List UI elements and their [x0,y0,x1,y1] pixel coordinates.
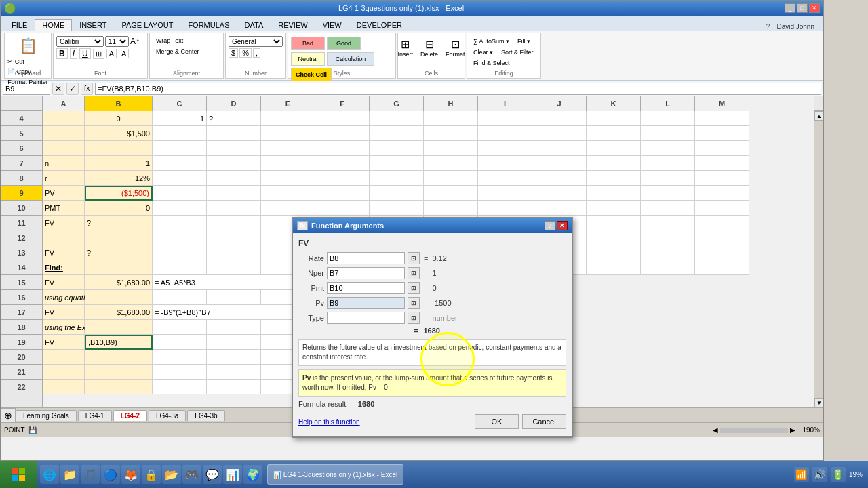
cell-D9[interactable] [207,186,261,201]
type-collapse-btn[interactable]: ⊡ [408,312,420,324]
scroll-bar-area[interactable] [720,428,788,433]
cell-K5[interactable] [587,126,641,141]
fill-btn[interactable]: Fill ▾ [514,37,534,46]
taskbar-excel-icon[interactable]: 📊 [223,465,242,484]
cell-M11[interactable] [695,216,749,230]
cancel-formula-btn[interactable]: ✕ [52,83,64,95]
cell-M8[interactable] [695,171,749,186]
increase-font-btn[interactable]: A↑ [130,37,140,46]
cell-K9[interactable] [587,186,641,201]
taskbar-chrome-icon[interactable]: 🔵 [101,465,120,484]
cell-D22[interactable] [207,380,261,394]
cell-A6[interactable] [43,141,85,156]
underline-btn[interactable]: U [79,48,91,59]
cell-C11[interactable] [153,216,207,230]
cell-A7[interactable]: n [43,156,85,171]
row-header-11[interactable]: 11 [1,216,42,230]
cell-H4[interactable] [424,111,478,126]
cell-C4[interactable]: 1 [153,111,207,126]
col-header-C[interactable]: C [153,96,207,111]
cell-F8[interactable] [315,171,370,186]
taskbar-lock-icon[interactable]: 🔒 [142,465,161,484]
cell-C9[interactable] [153,186,207,201]
insert-btn[interactable]: ⊞Insert [395,37,416,59]
rate-collapse-btn[interactable]: ⊡ [408,252,420,264]
cell-M7[interactable] [695,156,749,171]
bold-btn[interactable]: B [56,48,68,59]
cell-K7[interactable] [587,156,641,171]
pmt-input[interactable] [327,282,405,294]
cell-D14[interactable] [207,260,261,275]
number-format-select[interactable]: General [229,36,283,47]
cell-M14[interactable] [695,260,749,275]
cell-D4[interactable]: ? [207,111,261,126]
cell-D6[interactable] [207,141,261,156]
rate-input[interactable] [327,252,405,264]
cell-A12[interactable] [43,230,85,245]
cell-E4[interactable] [261,111,315,126]
row-header-13[interactable]: 13 [1,245,42,260]
cell-J8[interactable] [532,171,587,186]
taskbar-browser2-icon[interactable]: 🌍 [243,465,262,484]
taskbar-skype-icon[interactable]: 💬 [203,465,222,484]
cell-C5[interactable] [153,126,207,141]
delete-btn[interactable]: ⊟Delete [418,37,441,59]
pmt-collapse-btn[interactable]: ⊡ [408,282,420,294]
cell-D16[interactable] [207,290,261,305]
percent-btn[interactable]: % [239,48,252,58]
cell-L13[interactable] [641,245,695,260]
taskbar-media-icon[interactable]: 🎵 [81,465,100,484]
cell-A4[interactable] [43,111,85,126]
cell-I7[interactable] [478,156,532,171]
type-input[interactable] [327,312,405,324]
cell-L6[interactable] [641,141,695,156]
cell-K6[interactable] [587,141,641,156]
cell-K14[interactable] [587,260,641,275]
cell-D18[interactable] [207,320,261,335]
find-select-btn[interactable]: Find & Select [470,58,513,68]
help-link[interactable]: Help on this function [298,418,360,426]
cell-K4[interactable] [587,111,641,126]
style-good[interactable]: Good [327,37,361,50]
cell-D11[interactable] [207,216,261,230]
cell-A19[interactable]: FV [43,335,85,350]
col-header-B[interactable]: B [85,96,153,111]
cell-C15[interactable]: = A5+A5*B3 [153,275,288,290]
cell-K10[interactable] [587,201,641,216]
row-header-6[interactable]: 6 [1,141,42,156]
col-header-M[interactable]: M [695,96,749,111]
col-header-E[interactable]: E [261,96,315,111]
row-header-20[interactable]: 20 [1,350,42,365]
cell-B20[interactable] [85,350,153,365]
tab-learning-goals[interactable]: Learning Goals [16,410,77,421]
start-button[interactable] [0,461,37,488]
col-header-I[interactable]: I [478,96,532,111]
col-header-J[interactable]: J [532,96,587,111]
cell-M5[interactable] [695,126,749,141]
cell-B5[interactable]: $1,500 [85,126,153,141]
cell-L7[interactable] [641,156,695,171]
cell-M10[interactable] [695,201,749,216]
cell-J4[interactable] [532,111,587,126]
cell-D10[interactable] [207,201,261,216]
cell-A22[interactable] [43,380,85,394]
cell-A11[interactable]: FV [43,216,85,230]
cell-B4[interactable]: 0 [85,111,153,126]
cell-I4[interactable] [478,111,532,126]
row-header-15[interactable]: 15 [1,275,42,290]
cell-G10[interactable] [370,201,424,216]
tab-formulas[interactable]: FORMULAS [180,19,237,30]
cell-L14[interactable] [641,260,695,275]
cell-C6[interactable] [153,141,207,156]
wrap-text-btn[interactable]: Wrap Text [153,36,220,45]
cell-B16[interactable] [85,290,153,305]
cut-btn[interactable]: ✂ Cut [4,57,52,66]
row-header-17[interactable]: 17 [1,305,42,320]
cell-M9[interactable] [695,186,749,201]
cell-D13[interactable] [207,245,261,260]
cancel-button[interactable]: Cancel [522,414,566,429]
clear-btn[interactable]: Clear ▾ [470,47,496,57]
tab-view[interactable]: VIEW [315,19,349,30]
cell-H6[interactable] [424,141,478,156]
cell-I10[interactable] [478,201,532,216]
